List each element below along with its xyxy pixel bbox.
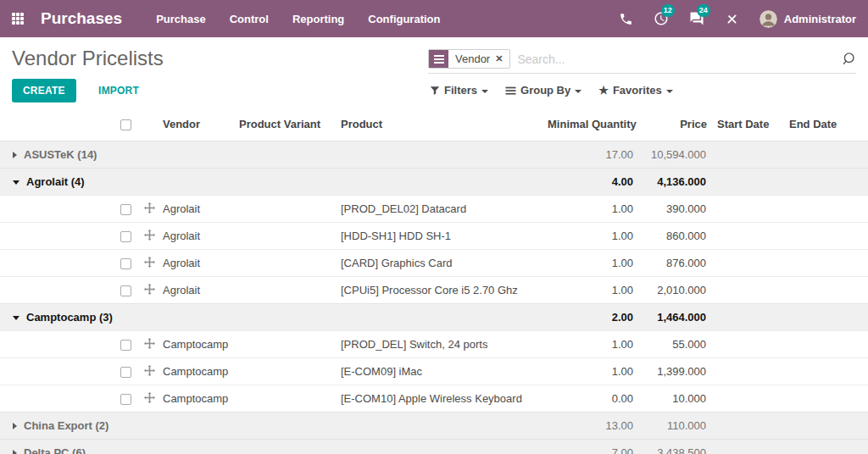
caret-right-icon [13,423,17,429]
drag-handle-icon[interactable] [144,338,155,352]
cell-product-variant [236,277,337,304]
pricelist-row[interactable]: Agrolait[PROD_DEL02] Datacard1.00390.000 [0,196,868,223]
column-header-start-date[interactable]: Start Date [710,107,785,141]
cell-minimal-quantity: 1.00 [544,331,637,358]
drag-handle-icon[interactable] [144,257,155,270]
cell-product-variant [236,331,337,358]
group-label: Camptocamp (3) [26,311,113,324]
column-header-minimal-quantity[interactable]: Minimal Quantity [544,107,637,141]
cell-end-date [785,223,868,250]
column-header-product-variant[interactable]: Product Variant [236,107,337,141]
group-price-total: 110.000 [637,412,710,440]
cell-price: 2,010.000 [637,277,710,304]
cell-end-date [785,196,868,223]
pricelist-row[interactable]: Camptocamp[E-COM10] Apple Wireless Keybo… [0,385,868,412]
filters-button[interactable]: Filters [430,84,488,97]
phone-button[interactable] [619,12,633,26]
column-header-vendor[interactable]: Vendor [159,107,236,141]
chevron-down-icon [575,90,581,93]
funnel-icon [430,86,440,96]
row-checkbox[interactable] [120,204,131,215]
cell-start-date [710,277,785,304]
cell-start-date [710,331,785,358]
group-minimal-quantity-total: 7.00 [544,440,637,454]
avatar [760,10,777,28]
cell-product: [PROD_DEL02] Datacard [337,196,544,223]
select-all-checkbox[interactable] [120,119,131,130]
pricelist-row[interactable]: Camptocamp[PROD_DEL] Switch, 24 ports1.0… [0,331,868,358]
caret-down-icon [13,316,19,320]
cell-vendor: Camptocamp [159,358,236,385]
row-checkbox[interactable] [120,285,131,296]
cell-end-date [785,358,868,385]
cell-product: [E-COM09] iMac [337,358,544,385]
menu-item-configuration[interactable]: Configuration [368,13,440,25]
cell-product: [CPUi5] Processor Core i5 2.70 Ghz [337,277,544,304]
row-checkbox[interactable] [120,340,131,351]
drag-handle-icon[interactable] [144,230,155,243]
chevron-down-icon [481,90,488,93]
group-label: ASUSTeK (14) [24,148,97,161]
search-input[interactable] [510,53,842,66]
column-header-price[interactable]: Price [637,107,710,141]
user-menu[interactable]: Administrator [760,10,856,28]
menu-item-reporting[interactable]: Reporting [292,13,344,25]
cell-product-variant [236,223,337,250]
activities-button[interactable]: 12 [654,11,669,26]
apps-grid-icon[interactable] [12,13,24,25]
drag-handle-icon[interactable] [144,365,155,379]
pricelist-row[interactable]: Agrolait[HDD-SH1] HDD SH-11.00860.000 [0,223,868,250]
pricelist-table: Vendor Product Variant Product Minimal Q… [0,107,868,454]
navbar-right: 12 24 Administrator [619,10,856,28]
group-row[interactable]: China Export (2)13.00110.000 [0,412,868,440]
group-row[interactable]: Agrolait (4)4.004,136.000 [0,169,868,196]
cell-vendor: Camptocamp [159,385,236,412]
phone-icon [619,12,633,26]
app-name[interactable]: Purchases [41,9,122,28]
column-header-end-date[interactable]: End Date [785,107,868,141]
group-row[interactable]: Delta PC (6)7.003,438.500 [0,440,868,454]
cell-minimal-quantity: 1.00 [544,358,637,385]
drag-handle-icon[interactable] [144,284,155,297]
pricelist-row[interactable]: Camptocamp[E-COM09] iMac1.001,399.000 [0,358,868,385]
group-minimal-quantity-total: 4.00 [544,169,637,196]
pricelist-row[interactable]: Agrolait[CARD] Graphics Card1.00876.000 [0,250,868,277]
control-panel: Vendor Pricelists CREATE IMPORT Vendor ✕… [0,37,868,105]
cell-price: 860.000 [637,223,710,250]
pricelist-row[interactable]: Agrolait[CPUi5] Processor Core i5 2.70 G… [0,277,868,304]
cell-price: 1,399.000 [637,358,710,385]
row-checkbox[interactable] [120,367,131,378]
cell-minimal-quantity: 0.00 [544,385,637,412]
drag-handle-icon[interactable] [144,392,155,406]
menu-item-control[interactable]: Control [230,13,269,25]
search-icon[interactable] [842,52,856,66]
facet-remove-icon[interactable]: ✕ [495,50,509,68]
groupby-button[interactable]: Group By [505,84,581,97]
group-price-total: 3,438.500 [637,440,710,454]
column-header-product[interactable]: Product [337,107,544,141]
caret-right-icon [13,450,17,454]
chevron-down-icon [666,90,673,93]
import-button[interactable]: IMPORT [93,84,144,97]
tools-button[interactable] [725,12,739,26]
crossed-tools-icon [725,12,739,26]
table-header-row: Vendor Product Variant Product Minimal Q… [0,107,868,141]
favorites-button[interactable]: ★ Favorites [598,84,672,97]
cell-product: [E-COM10] Apple Wireless Keyboard [337,385,544,412]
row-checkbox[interactable] [120,258,131,269]
messages-button[interactable]: 24 [689,11,704,26]
main-menu: PurchaseControlReportingConfiguration [156,13,464,25]
row-checkbox[interactable] [120,231,131,242]
cell-start-date [710,250,785,277]
group-row[interactable]: ASUSTeK (14)17.0010,594.000 [0,141,868,169]
page-title: Vendor Pricelists [12,47,164,69]
groupby-facet-icon [429,50,448,68]
cell-product: [PROD_DEL] Switch, 24 ports [337,331,544,358]
bars-icon [505,86,516,96]
cell-start-date [710,385,785,412]
create-button[interactable]: CREATE [12,79,76,102]
menu-item-purchase[interactable]: Purchase [156,13,206,25]
drag-handle-icon[interactable] [144,202,155,216]
row-checkbox[interactable] [120,394,131,405]
group-row[interactable]: Camptocamp (3)2.001,464.000 [0,304,868,331]
